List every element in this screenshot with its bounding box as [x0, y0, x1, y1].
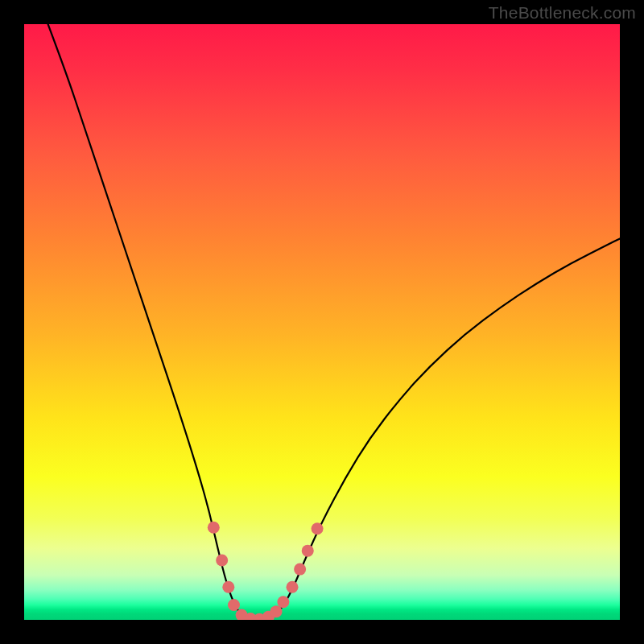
highlight-dot — [277, 596, 289, 608]
highlight-dots — [208, 522, 324, 620]
highlight-dot — [312, 522, 324, 535]
plot-area — [24, 24, 620, 620]
highlight-dot — [208, 522, 220, 534]
highlight-dot — [294, 564, 306, 576]
highlight-dot — [302, 545, 314, 557]
watermark-text: TheBottleneck.com — [489, 3, 636, 23]
highlight-dot — [222, 581, 234, 593]
chart-container: TheBottleneck.com — [0, 0, 644, 644]
highlight-dot — [287, 581, 299, 593]
bottleneck-curve — [48, 24, 620, 620]
curve-layer — [24, 24, 620, 620]
highlight-dot — [270, 605, 283, 617]
highlight-dot — [228, 599, 240, 611]
highlight-dot — [216, 555, 228, 567]
